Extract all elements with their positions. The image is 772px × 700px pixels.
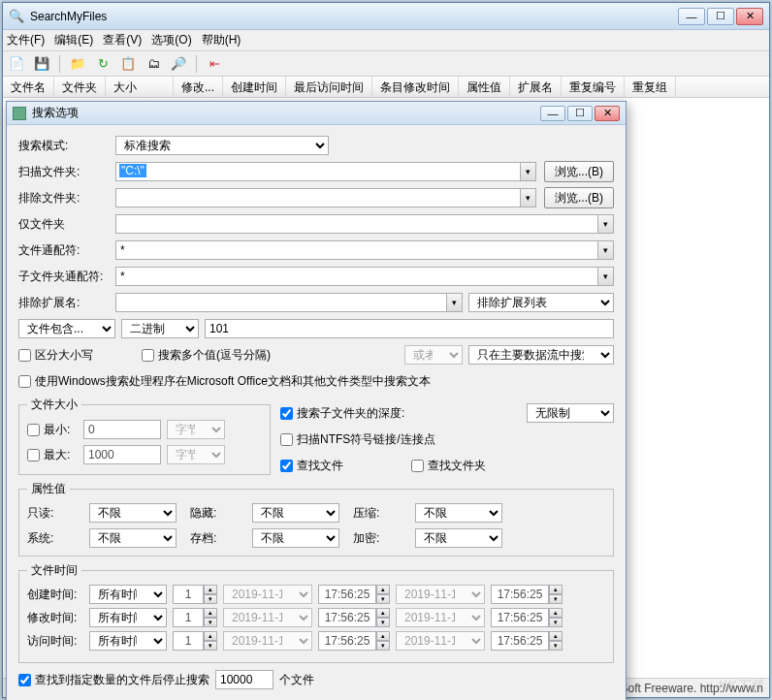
- stop-count-input[interactable]: [215, 670, 273, 689]
- exclude-folders-input[interactable]: [115, 188, 536, 207]
- column-headers: 文件名 文件夹 大小 修改... 创建时间 最后访问时间 条目修改时间 属性值 …: [3, 77, 769, 98]
- col-folder[interactable]: 文件夹: [54, 77, 106, 97]
- only-folders-label: 仅文件夹: [18, 216, 115, 233]
- system-select[interactable]: 不限: [89, 528, 177, 548]
- scan-ntfs-checkbox[interactable]: 扫描NTFS符号链接/连接点: [280, 431, 435, 448]
- toolbar: 📄 💾 📁 ↻ 📋 🗂 🔎 ⇤: [3, 51, 769, 77]
- col-ext[interactable]: 扩展名: [510, 77, 562, 97]
- minimize-button[interactable]: —: [678, 8, 705, 25]
- dialog-close-button[interactable]: ✕: [595, 106, 620, 121]
- toolbar-props-icon[interactable]: 🗂: [144, 54, 163, 74]
- readonly-label: 只读:: [27, 505, 76, 522]
- created-label: 创建时间:: [27, 587, 83, 603]
- created-mode-select[interactable]: 所有时间: [89, 585, 167, 604]
- menu-edit[interactable]: 编辑(E): [54, 32, 93, 48]
- toolbar-folder-icon[interactable]: 📁: [68, 54, 87, 74]
- exclude-ext-list-select[interactable]: 排除扩展列表: [468, 293, 614, 312]
- col-modified[interactable]: 修改...: [174, 77, 223, 97]
- col-accessed[interactable]: 最后访问时间: [286, 77, 372, 97]
- created-time1: ▴▾: [318, 585, 390, 604]
- dropdown-icon[interactable]: ▾: [520, 163, 535, 180]
- menu-help[interactable]: 帮助(H): [202, 32, 241, 48]
- accessed-date2: 2019-11-17: [396, 631, 485, 651]
- exclude-ext-input[interactable]: [115, 293, 463, 312]
- search-mode-select[interactable]: 标准搜索: [115, 136, 329, 155]
- menu-file[interactable]: 文件(F): [7, 32, 45, 48]
- dialog-maximize-button[interactable]: ☐: [567, 106, 593, 121]
- accessed-spin[interactable]: ▴▾: [173, 631, 217, 651]
- col-created[interactable]: 创建时间: [223, 77, 286, 97]
- case-sensitive-checkbox[interactable]: 区分大小写: [18, 347, 93, 364]
- menubar: 文件(F) 编辑(E) 查看(V) 选项(O) 帮助(H): [3, 30, 769, 51]
- browse-exclude-button[interactable]: 浏览...(B): [544, 187, 614, 208]
- file-wildcards-input[interactable]: [115, 240, 614, 260]
- toolbar-new-icon[interactable]: 📄: [7, 54, 26, 74]
- accessed-mode-select[interactable]: 所有时间: [89, 631, 167, 651]
- search-mode-label: 搜索模式:: [18, 138, 115, 154]
- created-date1: 2019-11-17: [223, 585, 312, 604]
- main-stream-select[interactable]: 只在主要数据流中搜索: [468, 345, 614, 365]
- find-folders-checkbox[interactable]: 查找文件夹: [411, 458, 486, 474]
- depth-select[interactable]: 无限制: [527, 403, 614, 423]
- created-spin[interactable]: ▴▾: [173, 585, 217, 604]
- modified-date1: 2019-11-17: [223, 608, 312, 627]
- modified-spin[interactable]: ▴▾: [173, 608, 217, 627]
- stop-after-checkbox[interactable]: 查找到指定数量的文件后停止搜索: [18, 672, 209, 688]
- subfolder-wildcards-input[interactable]: [115, 267, 614, 286]
- menu-options[interactable]: 选项(O): [151, 32, 191, 48]
- col-attrs[interactable]: 属性值: [459, 77, 510, 97]
- toolbar-copy-icon[interactable]: 📋: [118, 54, 138, 74]
- col-dupnum[interactable]: 重复编号: [562, 77, 625, 97]
- col-dupgrp[interactable]: 重复组: [625, 77, 676, 97]
- dropdown-icon[interactable]: ▾: [520, 189, 535, 207]
- exclude-folders-label: 排除文件夹:: [18, 190, 115, 207]
- max-size-input: [83, 445, 161, 464]
- dropdown-icon[interactable]: ▾: [446, 294, 462, 311]
- toolbar-exit-icon[interactable]: ⇤: [205, 54, 224, 74]
- browse-scan-button[interactable]: 浏览...(B): [544, 161, 614, 182]
- binary-select[interactable]: 二进制: [121, 319, 199, 338]
- compressed-select[interactable]: 不限: [415, 503, 502, 523]
- col-filename[interactable]: 文件名: [3, 77, 54, 97]
- only-folders-input[interactable]: [115, 214, 614, 234]
- hidden-select[interactable]: 不限: [252, 503, 339, 523]
- toolbar-refresh-icon[interactable]: ↻: [93, 54, 113, 74]
- search-depth-checkbox[interactable]: 搜索子文件夹的深度:: [280, 405, 404, 422]
- filetime-legend: 文件时间: [27, 562, 81, 579]
- app-title: SearchMyFiles: [30, 10, 678, 23]
- file-wildcards-label: 文件通配符:: [18, 242, 115, 259]
- compressed-label: 压缩:: [353, 505, 402, 522]
- dropdown-icon[interactable]: ▾: [597, 268, 613, 285]
- readonly-select[interactable]: 不限: [89, 503, 177, 523]
- max-size-checkbox[interactable]: 最大:: [27, 447, 83, 463]
- file-contains-select[interactable]: 文件包含...: [18, 319, 115, 338]
- use-windows-search-checkbox[interactable]: 使用Windows搜索处理程序在Microsoft Office文档和其他文件类…: [18, 373, 431, 390]
- accessed-time1: ▴▾: [318, 631, 390, 651]
- col-entry-modified[interactable]: 条目修改时间: [372, 77, 459, 97]
- encrypted-select[interactable]: 不限: [415, 528, 502, 548]
- menu-view[interactable]: 查看(V): [103, 32, 142, 48]
- dialog-minimize-button[interactable]: —: [540, 106, 565, 121]
- close-button[interactable]: ✕: [736, 8, 763, 25]
- attr-legend: 属性值: [27, 481, 70, 497]
- files-unit-label: 个文件: [279, 672, 314, 688]
- subfolder-wildcards-label: 子文件夹通配符:: [18, 269, 115, 285]
- app-icon: 🔍: [9, 9, 24, 24]
- find-files-checkbox[interactable]: 查找文件: [280, 458, 343, 474]
- min-size-checkbox[interactable]: 最小:: [27, 422, 83, 438]
- archive-select[interactable]: 不限: [252, 528, 339, 548]
- col-size[interactable]: 大小: [106, 77, 174, 97]
- scan-folders-input[interactable]: [115, 162, 536, 181]
- search-multi-checkbox[interactable]: 搜索多个值(逗号分隔): [142, 347, 271, 364]
- archive-label: 存档:: [190, 530, 239, 547]
- scan-folders-label: 扫描文件夹:: [18, 164, 115, 180]
- dropdown-icon[interactable]: ▾: [597, 241, 613, 259]
- created-date2: 2019-11-17: [396, 585, 485, 604]
- dropdown-icon[interactable]: ▾: [597, 215, 613, 233]
- toolbar-find-icon[interactable]: 🔎: [169, 54, 188, 74]
- accessed-date1: 2019-11-17: [223, 631, 312, 651]
- maximize-button[interactable]: ☐: [707, 8, 734, 25]
- toolbar-save-icon[interactable]: 💾: [32, 54, 51, 74]
- modified-mode-select[interactable]: 所有时间: [89, 608, 167, 627]
- contains-value-input[interactable]: [205, 319, 614, 338]
